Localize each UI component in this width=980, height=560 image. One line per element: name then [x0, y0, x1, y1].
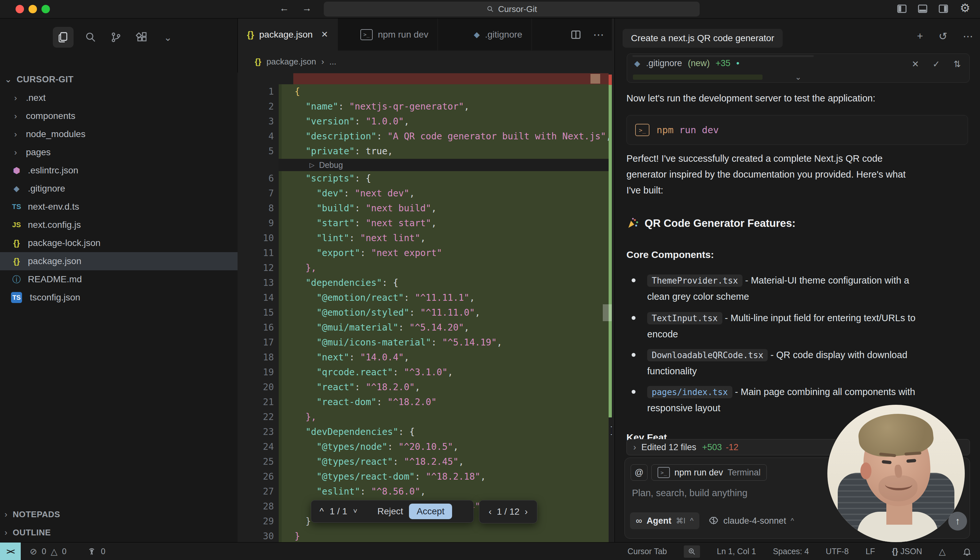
errors-count[interactable]: 0: [42, 547, 46, 556]
file-tree-item-components[interactable]: ›components: [0, 107, 238, 125]
file-tree-item--gitignore[interactable]: ◆.gitignore: [0, 180, 238, 198]
context-chip-terminal[interactable]: >_ npm run dev Terminal: [652, 464, 767, 481]
file-tree-item-README-md[interactable]: ⓘREADME.md: [0, 270, 238, 288]
file-change-card[interactable]: ◆ .gitignore (new) +35 • ✕ ✓ ⇅ ⌄: [627, 53, 970, 83]
code-line[interactable]: 26 "@types/react-dom": "^18.2.18",: [238, 469, 612, 484]
file-tree-item-next-env-d-ts[interactable]: TSnext-env.d.ts: [0, 198, 238, 216]
file-tree-item-tsconfig-json[interactable]: TStsconfig.json: [0, 288, 238, 307]
code-line[interactable]: 11 "export": "next export": [238, 246, 612, 260]
prev-file-icon[interactable]: ‹: [489, 507, 492, 517]
toggle-left-panel-icon[interactable]: [897, 3, 907, 15]
agent-mode-selector[interactable]: ∞ Agent ⌘I ^: [630, 512, 699, 529]
code-line[interactable]: 15 "@emotion/styled": "^11.11.0",: [238, 305, 612, 320]
code-chip[interactable]: TextInput.tsx: [647, 312, 722, 324]
warnings-count[interactable]: 0: [62, 547, 67, 556]
command-block[interactable]: >_ npm run dev: [627, 115, 968, 145]
debug-codelens[interactable]: ▷ Debug: [279, 159, 608, 171]
chevron-down-icon[interactable]: ⌄: [795, 73, 802, 82]
mention-button[interactable]: @: [631, 464, 648, 481]
code-line[interactable]: 18 "next": "14.0.4",: [238, 350, 612, 365]
code-line[interactable]: 22 },: [238, 410, 612, 425]
encoding-indicator[interactable]: UTF-8: [826, 547, 849, 556]
close-icon[interactable]: ✕: [321, 30, 328, 40]
section-notepads[interactable]: ›NOTEPADS: [5, 505, 232, 523]
warnings-icon[interactable]: △: [51, 547, 58, 557]
line-col-indicator[interactable]: Ln 1, Col 1: [717, 547, 756, 556]
window-search[interactable]: Cursor-Git: [324, 2, 700, 17]
toggle-bottom-panel-icon[interactable]: [917, 3, 928, 15]
code-line[interactable]: 9 "start": "next start",: [238, 216, 612, 231]
chat-input-placeholder[interactable]: Plan, search, build anything: [632, 488, 747, 498]
more-actions-icon[interactable]: ⋯: [593, 28, 604, 41]
code-chip[interactable]: ThemeProvider.tsx: [647, 275, 742, 287]
search-icon[interactable]: [80, 27, 101, 48]
reject-button[interactable]: Reject: [377, 506, 403, 517]
code-line[interactable]: 3 "version": "1.0.0",: [238, 114, 612, 129]
minimize-window-button[interactable]: [28, 5, 37, 13]
ports-icon[interactable]: [87, 547, 96, 556]
close-window-button[interactable]: [15, 5, 24, 13]
section-outline[interactable]: ›OUTLINE: [5, 523, 232, 542]
ports-count[interactable]: 0: [101, 547, 105, 556]
project-root[interactable]: ⌄ CURSOR-GIT: [5, 72, 73, 87]
file-tree-item-package-lock-json[interactable]: {}package-lock.json: [0, 234, 238, 252]
file-tree-item-package-json[interactable]: {}package.json: [0, 252, 238, 270]
maximize-window-button[interactable]: [42, 5, 50, 13]
chat-tab-title[interactable]: Create a next.js QR code generator: [623, 29, 783, 48]
errors-icon[interactable]: ⊘: [30, 547, 37, 557]
file-tree-item--eslintrc-json[interactable]: ⬢.eslintrc.json: [0, 162, 238, 180]
chevron-down-icon[interactable]: ⌄: [158, 27, 178, 48]
code-line[interactable]: 10 "lint": "next lint",: [238, 231, 612, 246]
code-line[interactable]: 14 "@emotion/react": "^11.11.1",: [238, 290, 612, 305]
code-line[interactable]: 12 },: [238, 260, 612, 275]
indentation-indicator[interactable]: Spaces: 4: [773, 547, 809, 556]
prev-diff-icon[interactable]: ^: [320, 506, 324, 517]
file-tree-item-next-config-js[interactable]: JSnext.config.js: [0, 216, 238, 234]
code-line[interactable]: 30}: [238, 529, 612, 542]
code-line[interactable]: 17 "@mui/icons-material": "^5.14.19",: [238, 335, 612, 350]
code-line[interactable]: 8 "build": "next build",: [238, 201, 612, 216]
settings-gear-icon[interactable]: ⚙: [960, 1, 970, 15]
code-line[interactable]: 19 "qrcode.react": "^3.1.0",: [238, 365, 612, 380]
explorer-icon[interactable]: [53, 27, 73, 48]
code-line[interactable]: 7 "dev": "next dev",: [238, 186, 612, 201]
remote-indicator[interactable]: ><: [0, 542, 21, 560]
next-diff-icon[interactable]: ˅: [353, 507, 357, 516]
code-line[interactable]: 4 "description": "A QR code generator bu…: [238, 129, 612, 144]
code-line[interactable]: 13 "dependencies": {: [238, 275, 612, 290]
editor-scrollbar[interactable]: [603, 304, 612, 321]
code-line[interactable]: 23 "devDependencies": {: [238, 425, 612, 440]
breadcrumb[interactable]: {} package.json › ...: [238, 50, 612, 73]
code-line[interactable]: 1{: [238, 84, 612, 99]
code-line[interactable]: 24 "@types/node": "^20.10.5",: [238, 440, 612, 454]
discard-icon[interactable]: ✕: [912, 59, 919, 69]
tab-gitignore[interactable]: ◆ .gitignore: [465, 18, 532, 50]
tab-package-json[interactable]: {} package.json ✕: [238, 18, 338, 50]
next-file-icon[interactable]: ›: [525, 507, 528, 517]
code-line[interactable]: 25 "@types/react": "^18.2.45",: [238, 454, 612, 469]
code-line[interactable]: 21 "react-dom": "^18.2.0": [238, 395, 612, 410]
code-chip[interactable]: pages/index.tsx: [647, 386, 732, 398]
extensions-icon[interactable]: [132, 27, 152, 48]
more-options-icon[interactable]: ⋯: [963, 30, 973, 42]
expand-collapse-icon[interactable]: ⇅: [953, 59, 961, 69]
code-line[interactable]: 2 "name": "nextjs-qr-generator",: [238, 99, 612, 114]
new-chat-icon[interactable]: +: [917, 30, 923, 42]
source-control-icon[interactable]: [106, 27, 127, 48]
zoom-icon[interactable]: [684, 545, 700, 558]
tab-npm-run-dev[interactable]: >_ npm run dev: [351, 18, 438, 50]
code-chip[interactable]: DownloadableQRCode.tsx: [647, 349, 768, 361]
back-arrow-icon[interactable]: ←: [279, 3, 289, 13]
language-indicator[interactable]: {} JSON: [892, 547, 922, 556]
forward-arrow-icon[interactable]: →: [302, 3, 312, 13]
file-tree-item-pages[interactable]: ›pages: [0, 143, 238, 162]
accept-button[interactable]: Accept: [409, 503, 452, 519]
cursor-tab-status[interactable]: Cursor Tab: [627, 547, 667, 556]
accept-icon[interactable]: ✓: [933, 59, 940, 69]
code-line[interactable]: 27 "eslint": "^8.56.0",: [238, 484, 612, 499]
model-selector[interactable]: claude-4-sonnet ^: [708, 512, 794, 529]
eol-indicator[interactable]: LF: [866, 547, 875, 556]
code-line[interactable]: 16 "@mui/material": "^5.14.20",: [238, 320, 612, 335]
file-tree-item-node-modules[interactable]: ›node_modules: [0, 125, 238, 143]
code-line[interactable]: 6 "scripts": {: [238, 171, 612, 186]
